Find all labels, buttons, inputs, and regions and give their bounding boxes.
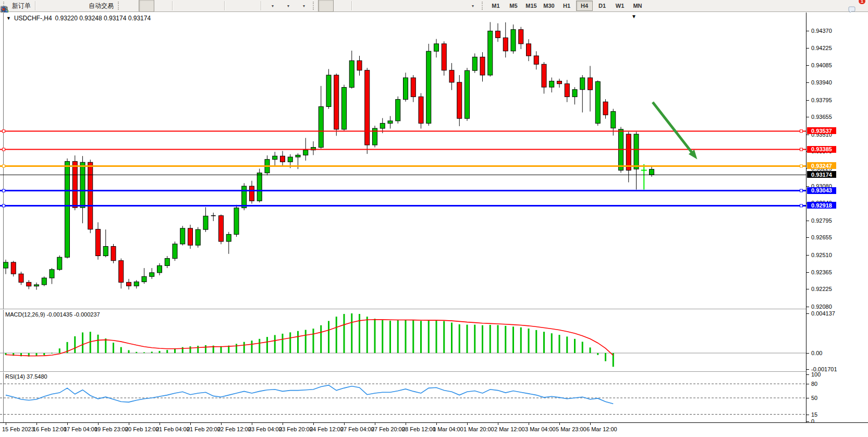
- text-button[interactable]: A: [433, 0, 448, 12]
- time-tick: [529, 423, 529, 425]
- bar-chart-button[interactable]: [123, 0, 139, 12]
- zoom-in-button[interactable]: [175, 0, 191, 12]
- price-line-badge: 0.93385: [807, 146, 836, 153]
- auto-trading-button-label: 自动交易: [89, 2, 114, 10]
- timeframe-w1-button[interactable]: W1: [612, 1, 628, 11]
- candlestick-chart-button[interactable]: [139, 0, 154, 12]
- signals-button[interactable]: [69, 0, 85, 12]
- time-tick: [590, 423, 591, 425]
- price-tick-label: 0.92365: [811, 269, 832, 275]
- time-tick: [406, 423, 406, 425]
- price-tick: [806, 307, 809, 307]
- price-tick: [806, 221, 809, 221]
- rsi-tick-label: 15: [811, 411, 817, 418]
- toolbar-drag-handle: [313, 2, 316, 10]
- search-button[interactable]: [828, 0, 844, 12]
- notification-badge: 1: [858, 0, 866, 5]
- tile-windows-button[interactable]: [206, 0, 222, 12]
- price-tick: [806, 31, 809, 31]
- toolbar-separator: [35, 1, 36, 10]
- price-tick: [806, 289, 809, 289]
- time-axis[interactable]: 15 Feb 202316 Feb 12:0017 Feb 04:0019 Fe…: [0, 422, 868, 437]
- text-label-button[interactable]: T: [448, 0, 464, 12]
- time-tick: [36, 423, 37, 425]
- macd-label: MACD(12,26,9) -0.001435 -0.000237: [5, 311, 100, 318]
- timeframe-h1-button[interactable]: H1: [558, 1, 575, 11]
- new-chart-button[interactable]: ▾: [264, 0, 279, 12]
- price-tick: [806, 48, 809, 48]
- equidistant-channel-button[interactable]: E: [401, 0, 417, 12]
- timeframe-m30-button[interactable]: M30: [541, 1, 557, 11]
- macd-tick: [806, 353, 809, 354]
- time-tick: [559, 423, 560, 425]
- time-tick: [498, 423, 498, 425]
- fibonacci-button[interactable]: F: [417, 0, 433, 12]
- zoom-out-button[interactable]: [191, 0, 206, 12]
- macd-tick-label: 0.004137: [811, 310, 835, 317]
- time-tick-label: 5 Mar 23:00: [556, 426, 586, 432]
- chevron-down-icon: ▾: [303, 4, 305, 8]
- rsi-label: RSI(14) 37.5480: [5, 373, 47, 380]
- time-tick: [221, 423, 222, 425]
- time-tick-label: 6 Mar 12:00: [586, 426, 617, 432]
- price-tick: [806, 65, 809, 66]
- auto-scroll-button[interactable]: [227, 0, 243, 12]
- vertical-line-button[interactable]: [354, 0, 370, 12]
- time-tick: [344, 423, 345, 425]
- toolbar-separator: [351, 1, 352, 10]
- time-tick: [436, 423, 437, 425]
- time-tick: [313, 423, 314, 425]
- terminal-button[interactable]: [54, 0, 69, 12]
- price-tick-label: 0.94370: [811, 28, 832, 34]
- time-tick-label: 27 Feb 04:00: [340, 426, 374, 432]
- time-tick: [283, 423, 283, 425]
- time-tick: [160, 423, 160, 425]
- crosshair-button[interactable]: [334, 0, 349, 12]
- macd-pane[interactable]: [0, 310, 806, 371]
- profiles-button[interactable]: ▾: [279, 0, 295, 12]
- time-tick-label: 15 Feb 2023: [2, 426, 34, 432]
- time-tick-label: 17 Feb 04:00: [64, 426, 97, 432]
- current-price-badge: 0.93174: [807, 171, 836, 178]
- price-axis[interactable]: 0.943700.942250.940850.939400.937950.936…: [806, 13, 868, 422]
- line-chart-button[interactable]: [154, 0, 170, 12]
- time-tick: [6, 423, 6, 425]
- auto-trading-button[interactable]: 自动交易: [85, 0, 116, 12]
- rsi-tick: [806, 398, 809, 398]
- time-tick: [67, 423, 68, 425]
- timeframe-m1-button[interactable]: M1: [487, 1, 504, 11]
- rsi-tick: [806, 374, 809, 375]
- rsi-tick-label: 80: [811, 381, 817, 387]
- arrows-button[interactable]: ▾: [464, 0, 480, 12]
- time-tick-label: 16 Feb 12:00: [33, 426, 67, 432]
- time-tick-label: 24 Feb 12:00: [310, 426, 344, 432]
- timeframe-d1-button[interactable]: D1: [594, 1, 610, 11]
- chart-shift-button[interactable]: [243, 0, 259, 12]
- rsi-tick-label: 50: [811, 395, 817, 401]
- new-order-button[interactable]: 新订单: [8, 0, 33, 12]
- price-tick: [806, 117, 809, 117]
- time-tick-label: 21 Feb 04:00: [156, 426, 190, 432]
- timeframe-m15-button[interactable]: M15: [523, 1, 540, 11]
- rsi-pane[interactable]: [0, 372, 806, 422]
- time-tick-label: 19 Feb 23:00: [94, 426, 128, 432]
- time-tick-label: 2 Mar 12:00: [494, 426, 525, 432]
- rsi-tick-label: 100: [811, 371, 821, 378]
- main-chart-pane[interactable]: [0, 13, 806, 309]
- rsi-tick: [806, 384, 809, 384]
- toolbar-drag-handle: [118, 2, 121, 10]
- timeframe-h4-button[interactable]: H4: [576, 1, 593, 11]
- notifications-button[interactable]: 1: [847, 0, 863, 12]
- time-tick: [252, 423, 252, 425]
- price-tick: [806, 100, 809, 101]
- time-tick: [375, 423, 375, 425]
- toolbar: 新订单自动交易▾▾▾EFAT▾M1M5M15M30H1H4D1W1MN1: [0, 0, 868, 12]
- history-center-button[interactable]: [38, 0, 54, 12]
- macd-tick: [806, 369, 809, 370]
- trendline-button[interactable]: [386, 0, 401, 12]
- cursor-button[interactable]: [318, 0, 334, 12]
- horizontal-line-button[interactable]: [370, 0, 386, 12]
- timeframe-m5-button[interactable]: M5: [505, 1, 522, 11]
- timeframe-mn-button[interactable]: MN: [629, 1, 646, 11]
- indicators-button[interactable]: ▾: [295, 0, 311, 12]
